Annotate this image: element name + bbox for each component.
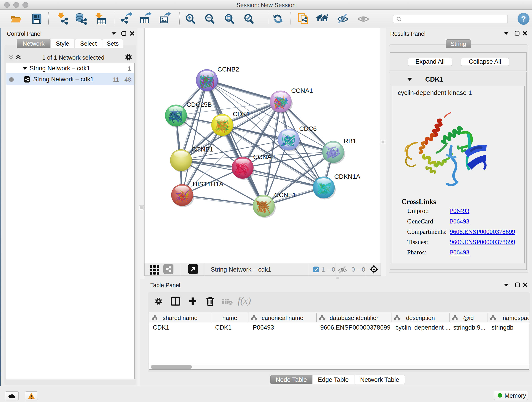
svg-text:CCNA1: CCNA1 bbox=[291, 87, 313, 94]
svg-text:CCNE1: CCNE1 bbox=[274, 191, 296, 198]
svg-text:CDC25B: CDC25B bbox=[186, 101, 212, 108]
svg-text:CCNB1: CCNB1 bbox=[191, 146, 213, 153]
svg-text:HIST1H1A: HIST1H1A bbox=[193, 181, 223, 188]
svg-text:RB1: RB1 bbox=[344, 138, 356, 145]
svg-text:CDC6: CDC6 bbox=[299, 125, 317, 132]
svg-text:CDK1: CDK1 bbox=[233, 110, 250, 118]
svg-text:CCNA2: CCNA2 bbox=[253, 153, 275, 160]
svg-text:CCNB2: CCNB2 bbox=[217, 66, 239, 73]
svg-text:CDKN1A: CDKN1A bbox=[334, 173, 360, 180]
